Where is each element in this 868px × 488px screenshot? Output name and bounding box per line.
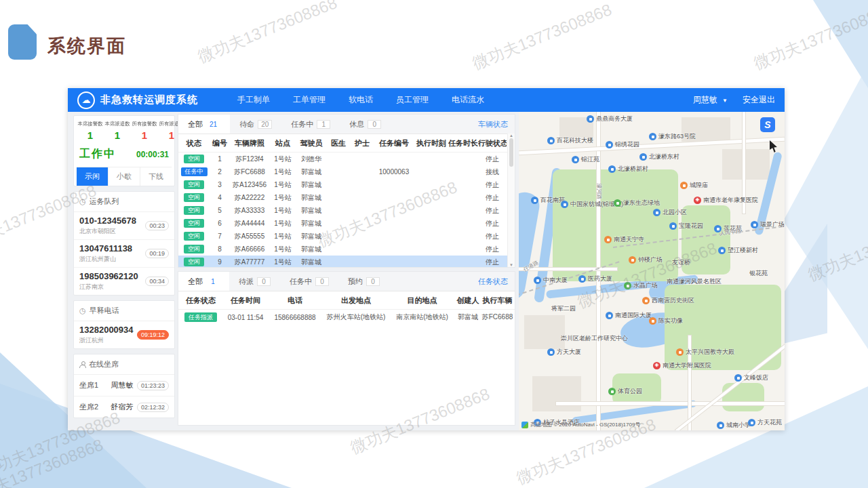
- tab-label: 待命: [239, 119, 254, 129]
- vehicle-cell: 郭富城: [296, 193, 326, 203]
- nav-item-3[interactable]: 软电话: [349, 94, 373, 106]
- release-title: 早释电话: [90, 306, 119, 316]
- scroll-thumb[interactable]: [509, 138, 513, 167]
- map-label-百花科技大楼: 百花科技大楼: [547, 136, 593, 145]
- agent-row: 坐席1周慧敏01:23:23: [74, 375, 174, 396]
- vehicle-cell: 苏A22222: [230, 193, 269, 203]
- task-status-link[interactable]: 任务状态: [478, 277, 508, 287]
- vehicle-cell: 苏A66666: [230, 245, 269, 254]
- vehicle-row[interactable]: 空闲7苏A555551号站郭富城停止: [178, 230, 515, 243]
- column-header-车辆牌照: 车辆牌照: [230, 138, 269, 148]
- map-label-太平兴国教寺大殿: 太平兴国教寺大殿: [676, 348, 734, 357]
- map-poi-icon: [614, 199, 621, 207]
- sidebar: 本席接警数本席派遣数所有接警数所有派遣数1111 工作中 00:00:31 示闲…: [73, 115, 175, 418]
- nav-item-2[interactable]: 工单管理: [293, 94, 326, 106]
- stat-value: 1: [77, 129, 104, 141]
- vehicle-status-cell: 空闲: [178, 193, 210, 203]
- agent-status-card: 本席接警数本席派遣数所有接警数所有派遣数1111 工作中 00:00:31 示闲…: [73, 115, 175, 186]
- status-button-小歇[interactable]: 小歇: [108, 167, 140, 186]
- vehicle-cell: 苏A77777: [230, 258, 269, 267]
- vehicle-row[interactable]: 空闲6苏A444441号站郭富城停止: [178, 217, 515, 230]
- tab-count: 1: [206, 277, 220, 286]
- vehicle-cell: 郭富城: [296, 245, 326, 254]
- vehicle-cell: 郭富城: [296, 258, 326, 267]
- vehicle-cell: 10000063: [374, 168, 414, 176]
- call-list-item[interactable]: 13047611138浙江杭州萧山00:19: [74, 240, 174, 268]
- online-agents-card: 在线坐席 坐席1周慧敏01:23:23坐席2舒宿芳02:12:32: [73, 354, 175, 418]
- status-button-下线[interactable]: 下线: [140, 167, 172, 186]
- vehicle-row[interactable]: 任务中2苏FC66881号站郭富城10000063接线: [178, 165, 515, 178]
- vehicle-row[interactable]: 空闲3苏A1234561号站郭富城停止: [178, 178, 515, 191]
- map-label-text: 西南营历史街区: [652, 296, 694, 305]
- task-cell: 03-01 11:54: [223, 314, 268, 321]
- stats-grid: 本席接警数本席派遣数所有接警数所有派遣数1111: [77, 120, 172, 141]
- tab-count: 0: [366, 277, 380, 286]
- vehicle-tab-休息[interactable]: 休息0: [340, 115, 391, 134]
- scroll-up-icon[interactable]: ▲: [509, 134, 513, 138]
- vehicle-cell: 苏A123456: [230, 180, 269, 190]
- logout-button[interactable]: 安全退出: [743, 94, 775, 106]
- nav-item-5[interactable]: 电话流水: [452, 94, 484, 106]
- task-tab-预约[interactable]: 预约0: [338, 272, 389, 291]
- vehicle-status-cell: 空闲: [178, 219, 210, 228]
- task-tab-全部[interactable]: 全部1: [178, 272, 229, 291]
- nav-item-4[interactable]: 员工管理: [396, 94, 429, 106]
- map-label-text: 城南小学: [726, 421, 751, 430]
- call-info: 13047611138浙江杭州萧山: [79, 243, 132, 264]
- vehicle-row[interactable]: 空闲8苏A666661号站郭富城停止: [178, 243, 515, 256]
- map-road: [556, 402, 785, 405]
- release-list: 13282000934浙江杭州09:19:12: [74, 321, 174, 348]
- scroll-down-icon[interactable]: ▼: [509, 263, 513, 267]
- app-logo-cloud-icon: ☁: [77, 92, 95, 109]
- map-poi-icon: [606, 312, 613, 319]
- call-location: 北京市朝阳区: [79, 227, 136, 236]
- map-block: [532, 376, 581, 411]
- map-label-text: 百花科技大楼: [557, 136, 593, 145]
- map-poi-icon: [608, 388, 616, 395]
- map-label-南通濠河风景名胜区: 南通濠河风景名胜区: [667, 277, 722, 286]
- vehicle-table-scrollbar[interactable]: ▲ ▼: [507, 134, 515, 267]
- vehicle-row[interactable]: 空闲9苏A777771号站郭富城停止: [178, 256, 515, 268]
- app-header: ☁ 非急救转运调度系统 手工制单工单管理软电话员工管理电话流水 周慧敏 ▼ 安全…: [68, 88, 785, 112]
- vehicle-tab-全部[interactable]: 全部21: [178, 115, 230, 134]
- vehicle-tab-任务中[interactable]: 任务中1: [281, 115, 340, 134]
- vehicle-cell: 苏A55555: [230, 232, 269, 241]
- call-info: 010-12345678北京市朝阳区: [79, 216, 136, 236]
- vehicle-status-link[interactable]: 车辆状态: [478, 119, 508, 129]
- nav-item-1[interactable]: 手工制单: [237, 94, 270, 106]
- watermark-text: 微功夫13773608868: [805, 210, 868, 286]
- column-header-医生: 医生: [326, 138, 351, 148]
- user-menu[interactable]: 周慧敏 ▼: [693, 94, 728, 106]
- status-button-示闲[interactable]: 示闲: [77, 167, 108, 186]
- call-timer-badge: 00:19: [145, 249, 169, 258]
- map-label-text: 钟楼广场: [638, 256, 663, 264]
- task-tab-任务中[interactable]: 任务中0: [280, 272, 338, 291]
- map-label-陈实功像: 陈实功像: [649, 317, 683, 325]
- vehicle-row[interactable]: 空闲5苏A333331号站郭富城停止: [178, 204, 515, 217]
- watermark-text: 微功夫13773608868: [469, 0, 615, 75]
- call-list-item[interactable]: 198503962120江苏南京00:34: [74, 268, 174, 295]
- call-list-item[interactable]: 010-12345678北京市朝阳区00:23: [74, 212, 174, 240]
- call-list-item[interactable]: 13282000934浙江杭州09:19:12: [74, 321, 174, 348]
- vehicle-cell: 1号站: [269, 167, 296, 177]
- vehicle-row[interactable]: 空闲1苏F123f41号站刘德华停止: [178, 152, 515, 165]
- map-label-text: 瑞景广场: [760, 220, 785, 229]
- map-label-text: 南通市老年康复医院: [703, 196, 758, 205]
- column-header-状态: 状态: [178, 138, 210, 148]
- tab-label: 任务中: [291, 119, 313, 129]
- task-row[interactable]: 任务指派03-01 11:5415866668888苏州火车站(地铁站)南京南站…: [178, 310, 515, 325]
- map-label-text: 城隍庙: [690, 181, 708, 190]
- stat-header: 本席接警数: [78, 120, 103, 127]
- map-logo-button[interactable]: S: [760, 117, 775, 132]
- tab-label: 休息: [349, 119, 364, 129]
- task-tab-待派[interactable]: 待派0: [229, 272, 280, 291]
- agent-seat: 坐席1: [79, 380, 98, 390]
- app-brand-title: 非急救转运调度系统: [100, 94, 198, 106]
- vehicle-tab-待命[interactable]: 待命20: [230, 115, 281, 134]
- call-info: 13282000934浙江杭州: [79, 325, 134, 345]
- page-title: 系统界面: [47, 34, 126, 58]
- vehicle-row[interactable]: 空闲4苏A222221号站郭富城停止: [178, 191, 515, 204]
- map-label-text: 陈实功像: [658, 317, 683, 325]
- map-panel[interactable]: 鼎鼎商务大厦百花科技大楼锦绣花园濠东路63号院北濠桥东村北濠桥新村锦江苑城隍庙百…: [519, 112, 785, 430]
- map-label-鼎鼎商务大厦: 鼎鼎商务大厦: [587, 115, 633, 123]
